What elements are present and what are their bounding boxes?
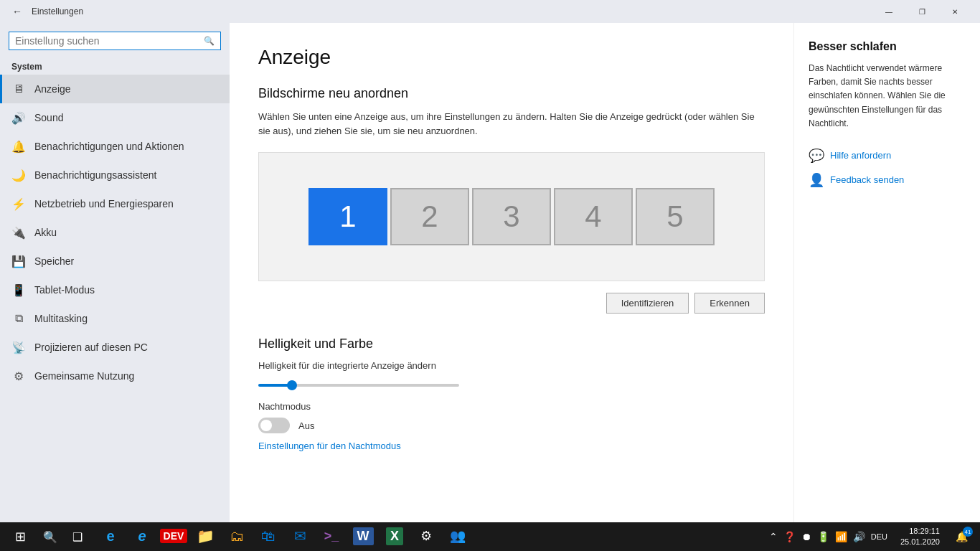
search-input[interactable] bbox=[15, 35, 204, 47]
identify-button[interactable]: Identifizieren bbox=[606, 293, 689, 314]
taskbar-app-excel[interactable]: X bbox=[379, 522, 410, 551]
nachtmodus-toggle-row: Aus bbox=[258, 418, 765, 433]
excel-icon: X bbox=[386, 527, 403, 545]
clock-date: 25.01.2020 bbox=[900, 537, 940, 547]
task-view-button[interactable]: ❑ bbox=[63, 522, 92, 551]
nachtmodus-settings-link[interactable]: Einstellungen für den Nachtmodus bbox=[258, 441, 401, 451]
taskbar-search-button[interactable]: 🔍 bbox=[37, 522, 63, 551]
brightness-slider[interactable] bbox=[258, 384, 459, 387]
files-icon: 📁 bbox=[197, 527, 215, 545]
brightness-label: Helligkeit für die integrierte Anzeige ä… bbox=[258, 360, 765, 371]
monitor-icon: 🖥 bbox=[11, 82, 26, 96]
feedback-icon: 👤 bbox=[809, 172, 824, 188]
word-icon: W bbox=[353, 527, 374, 545]
monitor-5[interactable]: 5 bbox=[636, 188, 715, 245]
sidebar-label-multitasking: Multitasking bbox=[34, 313, 88, 324]
app-title: Einstellungen bbox=[32, 6, 872, 17]
taskbar-app-store[interactable]: 🛍 bbox=[253, 522, 284, 551]
sidebar-label-tablet: Tablet-Modus bbox=[34, 284, 95, 296]
taskbar-app-terminal[interactable]: >_ bbox=[316, 522, 347, 551]
notification-center-button[interactable]: 🔔 41 bbox=[946, 522, 977, 551]
multitask-icon: ⧉ bbox=[11, 311, 26, 326]
taskbar-app-edge[interactable]: e bbox=[95, 522, 126, 551]
sidebar-item-benachrichtigungsassistent[interactable]: 🌙 Benachrichtigungsassistent bbox=[0, 161, 230, 189]
sidebar-item-sound[interactable]: 🔊 Sound bbox=[0, 103, 230, 132]
taskbar-sys-tray: ⌃ ❓ ⏺ 🔋 📶 🔊 DEU bbox=[762, 529, 895, 544]
right-panel-desc: Das Nachtlicht verwendet wärmere Farben,… bbox=[809, 62, 966, 131]
close-button[interactable]: ✕ bbox=[938, 0, 971, 23]
nachtmodus-toggle[interactable] bbox=[258, 418, 290, 433]
question-icon[interactable]: ❓ bbox=[782, 529, 797, 544]
content-area: Anzeige Bildschirme neu anordnen Wählen … bbox=[230, 23, 793, 522]
moon-icon: 🌙 bbox=[11, 168, 26, 182]
lang-icon[interactable]: DEU bbox=[870, 531, 889, 542]
store-badge-icon: DEV bbox=[160, 529, 188, 543]
chevron-up-icon[interactable]: ⌃ bbox=[768, 529, 779, 544]
monitor-buttons: Identifizieren Erkennen bbox=[258, 293, 765, 314]
sidebar-label-gemeinsam: Gemeinsame Nutzung bbox=[34, 370, 134, 382]
sidebar: 🔍 System 🖥 Anzeige 🔊 Sound 🔔 Benachricht… bbox=[0, 23, 230, 522]
sound-icon: 🔊 bbox=[11, 110, 26, 125]
taskbar-app-ie[interactable]: e bbox=[126, 522, 158, 551]
sidebar-label-anzeige: Anzeige bbox=[34, 83, 71, 95]
sidebar-item-speicher[interactable]: 💾 Speicher bbox=[0, 247, 230, 276]
monitor-3-number: 3 bbox=[503, 199, 519, 234]
sidebar-item-gemeinsam[interactable]: ⚙ Gemeinsame Nutzung bbox=[0, 362, 230, 390]
sidebar-item-tablet[interactable]: 📱 Tablet-Modus bbox=[0, 276, 230, 304]
sidebar-item-projizieren[interactable]: 📡 Projizieren auf diesen PC bbox=[0, 333, 230, 362]
taskbar-clock[interactable]: 18:29:11 25.01.2020 bbox=[895, 526, 946, 548]
start-button[interactable]: ⊞ bbox=[3, 522, 37, 551]
taskbar-app-word[interactable]: W bbox=[347, 522, 379, 551]
bell-icon: 🔔 bbox=[11, 139, 26, 154]
sidebar-item-netzbetrieb[interactable]: ⚡ Netzbetrieb und Energiesparen bbox=[0, 189, 230, 218]
notification-badge: 41 bbox=[963, 527, 973, 537]
brightness-slider-container: Helligkeit für die integrierte Anzeige ä… bbox=[258, 360, 765, 390]
taskbar-app-files[interactable]: 📁 bbox=[189, 522, 221, 551]
record-icon[interactable]: ⏺ bbox=[800, 529, 813, 544]
sidebar-label-netzbetrieb: Netzbetrieb und Energiesparen bbox=[34, 198, 174, 209]
hilfe-label: Hilfe anfordern bbox=[830, 150, 891, 161]
network-icon[interactable]: 📶 bbox=[834, 529, 849, 544]
taskbar: ⊞ 🔍 ❑ e e DEV 📁 🗂 🛍 ✉ >_ W X bbox=[0, 522, 980, 551]
page-title: Anzeige bbox=[258, 46, 765, 69]
monitor-4[interactable]: 4 bbox=[554, 188, 633, 245]
detect-button[interactable]: Erkennen bbox=[694, 293, 765, 314]
sidebar-item-akku[interactable]: 🔌 Akku bbox=[0, 218, 230, 247]
window-controls: — ❐ ✕ bbox=[872, 0, 971, 23]
search-icon: 🔍 bbox=[204, 36, 215, 46]
minimize-button[interactable]: — bbox=[872, 0, 905, 23]
titlebar: ← Einstellungen — ❐ ✕ bbox=[0, 0, 980, 23]
hilfe-icon: 💬 bbox=[809, 148, 824, 164]
hilfe-link[interactable]: 💬 Hilfe anfordern bbox=[809, 148, 966, 164]
volume-icon[interactable]: 🔊 bbox=[852, 529, 867, 544]
taskbar-app-settings[interactable]: ⚙ bbox=[410, 522, 442, 551]
terminal-icon: >_ bbox=[324, 529, 339, 544]
project-icon: 📡 bbox=[11, 340, 26, 354]
monitor-3[interactable]: 3 bbox=[472, 188, 551, 245]
maximize-button[interactable]: ❐ bbox=[905, 0, 938, 23]
main-area: 🔍 System 🖥 Anzeige 🔊 Sound 🔔 Benachricht… bbox=[0, 23, 980, 522]
taskbar-app-mail[interactable]: ✉ bbox=[284, 522, 316, 551]
sidebar-item-multitasking[interactable]: ⧉ Multitasking bbox=[0, 304, 230, 333]
taskbar-app-explorer[interactable]: 🗂 bbox=[221, 522, 253, 551]
sidebar-label-benachrichtigungen: Benachrichtigungen und Aktionen bbox=[34, 141, 184, 152]
taskbar-app-people[interactable]: 👥 bbox=[442, 522, 473, 551]
store-icon: 🛍 bbox=[261, 528, 275, 545]
sidebar-item-anzeige[interactable]: 🖥 Anzeige bbox=[0, 75, 230, 103]
sidebar-label-akku: Akku bbox=[34, 227, 57, 238]
feedback-label: Feedback senden bbox=[830, 174, 904, 185]
monitor-1[interactable]: 1 bbox=[308, 188, 387, 245]
right-panel: Besser schlafen Das Nachtlicht verwendet… bbox=[793, 23, 980, 522]
feedback-link[interactable]: 👤 Feedback senden bbox=[809, 172, 966, 188]
monitor-2[interactable]: 2 bbox=[390, 188, 469, 245]
section-brightness-title: Helligkeit und Farbe bbox=[258, 336, 765, 352]
mail-icon: ✉ bbox=[294, 527, 306, 545]
sidebar-item-benachrichtigungen[interactable]: 🔔 Benachrichtigungen und Aktionen bbox=[0, 132, 230, 161]
battery-sys-icon[interactable]: 🔋 bbox=[816, 529, 831, 544]
back-button[interactable]: ← bbox=[9, 3, 26, 20]
monitor-2-number: 2 bbox=[421, 199, 438, 234]
sidebar-label-sound: Sound bbox=[34, 112, 63, 123]
search-box[interactable]: 🔍 bbox=[9, 32, 221, 50]
taskbar-apps: e e DEV 📁 🗂 🛍 ✉ >_ W X ⚙ bbox=[95, 522, 473, 551]
taskbar-app-badge[interactable]: DEV bbox=[158, 522, 189, 551]
